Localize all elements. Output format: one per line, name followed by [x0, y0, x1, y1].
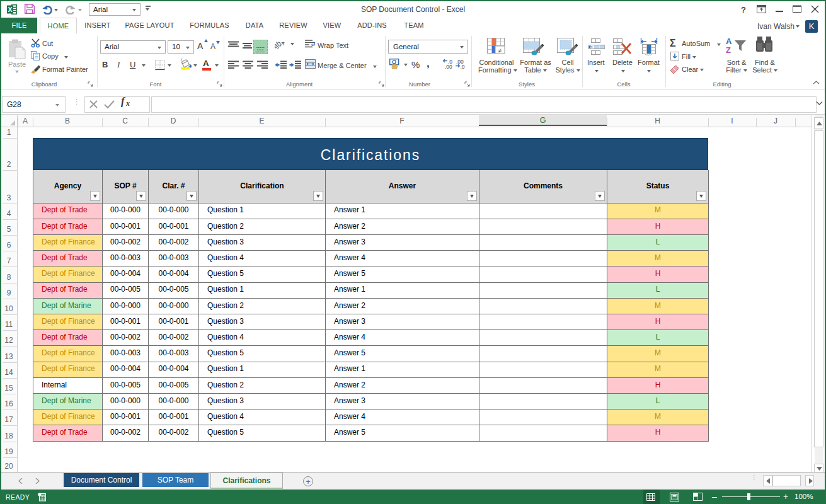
- svg-text:≠: ≠: [498, 47, 502, 54]
- svg-text:?: ?: [741, 6, 746, 14]
- svg-text:A: A: [726, 37, 732, 46]
- svg-text:Z: Z: [726, 45, 731, 55]
- svg-text:.00: .00: [445, 64, 452, 69]
- svg-text:.0: .0: [461, 64, 465, 69]
